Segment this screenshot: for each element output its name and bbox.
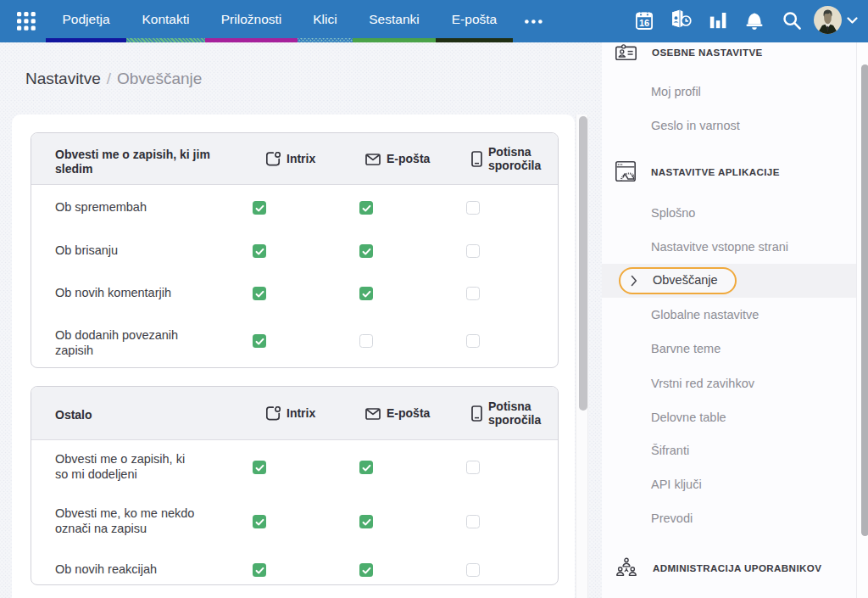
svg-text:16: 16: [639, 18, 649, 28]
